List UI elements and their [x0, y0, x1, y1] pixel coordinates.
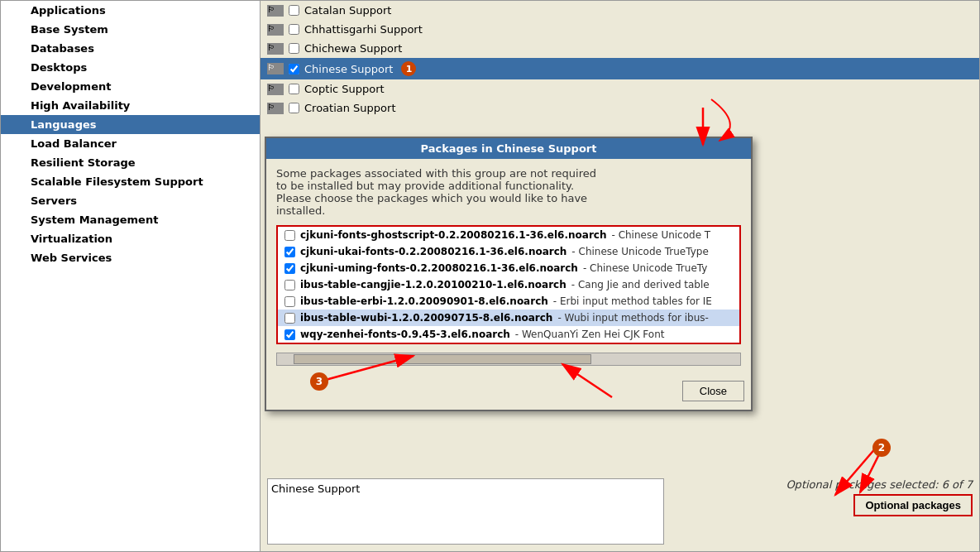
scroll-area[interactable] [276, 353, 741, 366]
pkg-checkbox-0[interactable] [284, 230, 295, 241]
pkg-checkbox-2[interactable] [284, 263, 295, 274]
pkg-name-4: ibus-table-erbi-1.2.0.20090901-8.el6.noa… [300, 295, 548, 307]
modal-description: Some packages associated with this group… [276, 167, 741, 217]
pkg-item-4[interactable]: ibus-table-erbi-1.2.0.20090901-8.el6.noa… [278, 293, 739, 310]
badge-2: 2 [872, 439, 891, 457]
pkg-name-6: wqy-zenhei-fonts-0.9.45-3.el6.noarch [300, 329, 510, 340]
pkg-checkbox-4[interactable] [284, 296, 295, 307]
modal-overlay: Packages in Chinese Support Some package… [0, 0, 980, 552]
pkg-desc-2: - Chinese Unicode TrueTy [583, 262, 707, 274]
pkg-name-1: cjkuni-ukai-fonts-0.2.20080216.1-36.el6.… [300, 246, 566, 257]
pkg-checkbox-1[interactable] [284, 247, 295, 257]
pkg-name-2: cjkuni-uming-fonts-0.2.20080216.1-36.el6… [300, 262, 578, 274]
pkg-desc-5: - Wubi input methods for ibus- [557, 312, 709, 324]
badge-3: 3 [310, 372, 328, 391]
pkg-item-1[interactable]: cjkuni-ukai-fonts-0.2.20080216.1-36.el6.… [278, 243, 739, 260]
desc-line2: to be installed but may provide addition… [276, 180, 741, 192]
desc-line4: installed. [276, 204, 741, 217]
pkg-desc-0: - Chinese Unicode T [611, 229, 710, 241]
pkg-desc-6: - WenQuanYi Zen Hei CJK Font [515, 329, 665, 340]
pkg-item-5[interactable]: ibus-table-wubi-1.2.0.20090715-8.el6.noa… [278, 310, 739, 326]
pkg-desc-4: - Erbi input method tables for IE [553, 295, 712, 307]
pkg-checkbox-5[interactable] [284, 313, 295, 324]
modal-body: Some packages associated with this group… [266, 159, 751, 381]
modal-footer: Close [266, 381, 751, 410]
desc-line3: Please choose the packages which you wou… [276, 192, 741, 204]
pkg-desc-1: - Chinese Unicode TrueType [571, 246, 708, 257]
svg-line-1 [835, 447, 877, 495]
scroll-thumb[interactable] [294, 354, 591, 364]
pkg-item-2[interactable]: cjkuni-uming-fonts-0.2.20080216.1-36.el6… [278, 260, 739, 276]
pkg-item-0[interactable]: cjkuni-fonts-ghostscript-0.2.20080216.1-… [278, 227, 739, 243]
pkg-name-3: ibus-table-cangjie-1.2.0.20100210-1.el6.… [300, 279, 566, 290]
pkg-name-5: ibus-table-wubi-1.2.0.20090715-8.el6.noa… [300, 312, 552, 324]
pkg-item-6[interactable]: wqy-zenhei-fonts-0.9.45-3.el6.noarch - W… [278, 326, 739, 343]
pkg-name-0: cjkuni-fonts-ghostscript-0.2.20080216.1-… [300, 229, 606, 241]
pkg-checkbox-6[interactable] [284, 329, 295, 340]
close-button[interactable]: Close [682, 381, 744, 401]
pkg-item-3[interactable]: ibus-table-cangjie-1.2.0.20100210-1.el6.… [278, 276, 739, 293]
packages-list: cjkuni-fonts-ghostscript-0.2.20080216.1-… [276, 225, 741, 344]
desc-line1: Some packages associated with this group… [276, 167, 741, 180]
modal-dialog: Packages in Chinese Support Some package… [265, 137, 753, 411]
pkg-desc-3: - Cang Jie and derived table [571, 279, 710, 290]
pkg-checkbox-3[interactable] [284, 280, 295, 290]
modal-titlebar: Packages in Chinese Support [266, 138, 751, 159]
